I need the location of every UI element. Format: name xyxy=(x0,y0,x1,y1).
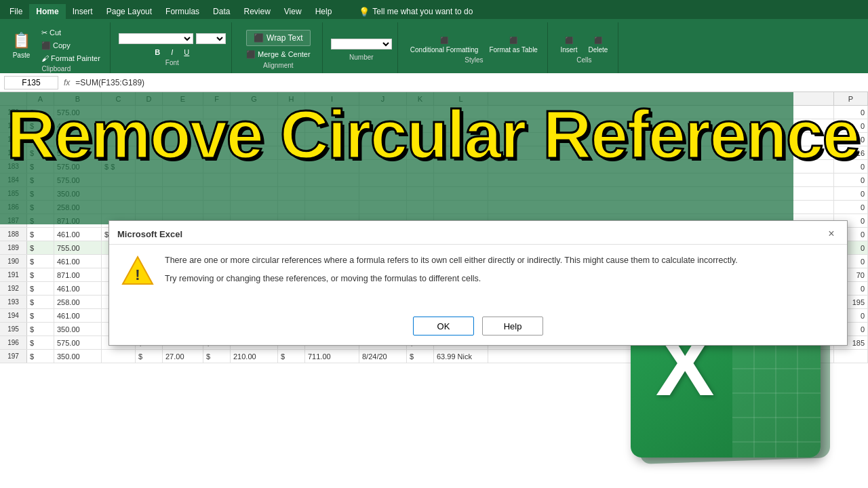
grid-cell[interactable]: 461.00 xyxy=(54,309,102,322)
lightbulb-icon: 💡 xyxy=(359,7,370,17)
grid-cell[interactable]: 63.99 Nick xyxy=(434,350,488,363)
merge-center-button[interactable]: ⬛ Merge & Center xyxy=(242,49,315,60)
dialog-box: Microsoft Excel × ! There are one or mor… xyxy=(108,220,848,346)
copy-icon: ⬛ xyxy=(41,41,51,50)
grid-cell[interactable] xyxy=(102,350,136,363)
group-number: Number xyxy=(326,22,398,77)
grid-cell[interactable]: $ xyxy=(27,296,54,308)
grid-cell[interactable]: 210.00 xyxy=(231,350,278,363)
tab-home[interactable]: Home xyxy=(29,4,65,19)
close-icon: × xyxy=(828,228,834,240)
row-number: 195 xyxy=(0,323,27,336)
grid-cell[interactable]: $ xyxy=(27,228,54,241)
grid-cell-right: 0 xyxy=(834,201,868,214)
fx-label: fx xyxy=(61,78,73,87)
grid-cell[interactable]: 350.00 xyxy=(54,350,102,363)
dialog-help-button[interactable]: Help xyxy=(482,317,543,336)
row-number: 188 xyxy=(0,228,27,241)
insert-cells-button[interactable]: ⬛Insert xyxy=(556,35,581,55)
row-number: 197 xyxy=(0,350,27,363)
row-number: 193 xyxy=(0,296,27,308)
tell-me-input[interactable]: 💡 Tell me what you want to do xyxy=(352,4,479,19)
copy-button[interactable]: ⬛ Copy xyxy=(37,40,104,52)
grid-cell[interactable]: $ xyxy=(27,268,54,281)
dialog-title: Microsoft Excel xyxy=(117,229,182,239)
grid-cell[interactable]: $ xyxy=(27,241,54,254)
cut-button[interactable]: ✂ Cut xyxy=(37,27,104,39)
format-painter-button[interactable]: 🖌 Format Painter xyxy=(37,53,104,64)
row-number: 196 xyxy=(0,336,27,349)
grid-cell[interactable]: 461.00 xyxy=(54,228,102,241)
tab-insert[interactable]: Insert xyxy=(66,4,100,19)
styles-label: Styles xyxy=(465,56,483,64)
grid-cell[interactable]: 27.00 xyxy=(163,350,203,363)
grid-cell[interactable]: 461.00 xyxy=(54,255,102,268)
grid-cell[interactable]: $ xyxy=(407,350,434,363)
dialog-ok-button[interactable]: OK xyxy=(413,317,474,336)
grid-cell[interactable]: $ xyxy=(203,350,231,363)
row-number: 194 xyxy=(0,309,27,322)
dialog-titlebar: Microsoft Excel × xyxy=(109,221,847,245)
formula-content: =SUM(F135:G189) xyxy=(75,78,864,87)
tab-review[interactable]: Review xyxy=(237,4,277,19)
grid-cell[interactable]: $ xyxy=(136,350,163,363)
main-title: Remove Circular Reference xyxy=(7,100,859,168)
row-number: 190 xyxy=(0,255,27,268)
underline-button[interactable]: U xyxy=(180,47,193,58)
alignment-label: Alignment xyxy=(263,62,293,69)
grid-cell-right: 0 xyxy=(834,187,868,200)
cell-reference-box[interactable] xyxy=(4,76,58,89)
tab-view[interactable]: View xyxy=(277,4,309,19)
tab-file[interactable]: File xyxy=(3,4,29,19)
ribbon-tabs: File Home Insert Page Layout Formulas Da… xyxy=(0,0,868,19)
warning-icon: ! xyxy=(121,254,154,287)
group-styles: ⬛Conditional Formatting ⬛Format as Table… xyxy=(401,22,548,77)
dialog-primary-message: There are one or more circular reference… xyxy=(165,254,835,267)
tab-help[interactable]: Help xyxy=(309,4,339,19)
font-label: Font xyxy=(165,59,179,66)
svg-text:!: ! xyxy=(135,266,140,283)
grid-cell[interactable]: $ xyxy=(27,323,54,336)
number-format-select[interactable] xyxy=(331,39,392,49)
bold-button[interactable]: B xyxy=(151,47,164,58)
formula-bar: fx =SUM(F135:G189) xyxy=(0,73,868,92)
grid-cell[interactable]: 711.00 xyxy=(305,350,359,363)
grid-cell[interactable]: $ xyxy=(27,336,54,349)
wrap-text-button[interactable]: ⬛ Wrap Text xyxy=(246,30,311,46)
font-size-select[interactable] xyxy=(196,33,226,44)
group-cells: ⬛Insert ⬛Delete Cells xyxy=(551,22,618,77)
grid-cell[interactable]: $ xyxy=(278,350,305,363)
format-as-table-button[interactable]: ⬛Format as Table xyxy=(485,35,542,55)
grid-cell[interactable]: $ xyxy=(27,350,54,363)
row-number: 191 xyxy=(0,268,27,281)
grid-cell[interactable]: 258.00 xyxy=(54,296,102,308)
grid-cell[interactable]: 8/24/20 xyxy=(359,350,407,363)
grid-cell[interactable]: $ xyxy=(27,255,54,268)
tab-formulas[interactable]: Formulas xyxy=(159,4,206,19)
grid-cell-right: 0 xyxy=(834,174,868,186)
italic-button[interactable]: I xyxy=(167,47,177,58)
grid-cell[interactable]: 350.00 xyxy=(54,323,102,336)
grid-cell[interactable]: $ xyxy=(27,282,54,295)
grid-cell[interactable]: $ xyxy=(27,309,54,322)
grid-cell[interactable]: 461.00 xyxy=(54,282,102,295)
number-label: Number xyxy=(349,54,374,61)
row-number: 189 xyxy=(0,241,27,254)
grid-cell[interactable]: 871.00 xyxy=(54,268,102,281)
dialog-body: ! There are one or more circular referen… xyxy=(109,245,847,317)
tab-page-layout[interactable]: Page Layout xyxy=(100,4,159,19)
wrap-text-icon: ⬛ xyxy=(254,33,264,43)
dialog-text-block: There are one or more circular reference… xyxy=(165,254,835,285)
tab-data[interactable]: Data xyxy=(206,4,237,19)
paste-button[interactable]: 📋 Paste xyxy=(8,30,35,60)
row-number: 192 xyxy=(0,282,27,295)
group-font: B I U Font xyxy=(113,22,232,77)
conditional-formatting-button[interactable]: ⬛Conditional Formatting xyxy=(406,35,483,55)
grid-cell[interactable]: 575.00 xyxy=(54,336,102,349)
delete-cells-button[interactable]: ⬛Delete xyxy=(584,35,612,55)
dialog-close-button[interactable]: × xyxy=(824,226,839,241)
group-alignment: ⬛ Wrap Text ⬛ Merge & Center Alignment xyxy=(235,22,323,77)
group-clipboard: 📋 Paste ✂ Cut ⬛ Copy 🖌 Format Painter Cl… xyxy=(3,22,111,77)
grid-cell[interactable]: 755.00 xyxy=(54,241,102,254)
font-family-select[interactable] xyxy=(119,33,193,44)
